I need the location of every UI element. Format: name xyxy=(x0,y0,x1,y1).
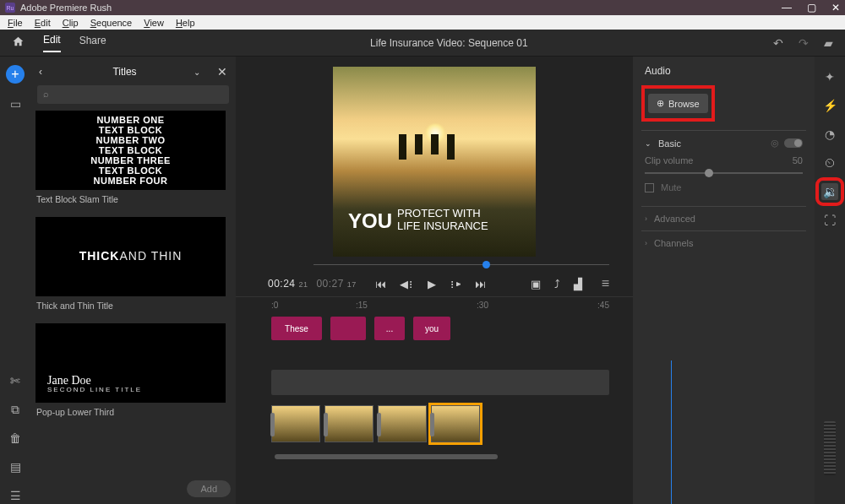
chevron-right-icon: › xyxy=(645,239,647,247)
preview-text-tagline: PROTECT WITH LIFE INSURANCE xyxy=(397,208,488,233)
video-preview[interactable]: YOU PROTECT WITH LIFE INSURANCE xyxy=(333,67,536,257)
timeline-scrollbar[interactable] xyxy=(275,454,498,459)
menu-file[interactable]: File xyxy=(2,18,29,28)
current-time: 00:24 21 xyxy=(268,278,308,290)
menu-clip[interactable]: Clip xyxy=(57,18,84,28)
transform-tool-icon[interactable]: ⛶ xyxy=(821,212,838,229)
empty-track[interactable] xyxy=(271,370,609,395)
transport-controls: 00:24 21 00:27 17 ⏮ ◀⫶ ▶ ⫶▶ ⏭ ▣ ⤴ ▟ ≡ xyxy=(236,271,633,296)
clip-handle[interactable] xyxy=(324,413,328,436)
video-clip[interactable] xyxy=(271,405,320,442)
redo-icon[interactable]: ↷ xyxy=(799,36,809,50)
section-basic-header[interactable]: ⌄ Basic ◎ xyxy=(645,138,803,149)
vu-meter xyxy=(824,421,836,475)
add-media-button[interactable]: + xyxy=(6,65,25,84)
clip-handle[interactable] xyxy=(270,413,275,436)
timeline-options-icon[interactable]: ≡ xyxy=(602,276,609,291)
top-nav: Edit Share Life Insurance Video: Sequenc… xyxy=(0,30,845,57)
duplicate-icon[interactable]: ⧉ xyxy=(7,401,24,418)
add-title-button[interactable]: Add xyxy=(187,480,231,497)
titles-tool-icon[interactable]: ✦ xyxy=(821,68,838,85)
audio-panel-header: Audio xyxy=(641,65,806,85)
clip-volume-slider[interactable] xyxy=(645,172,803,174)
titles-panel: ‹ Titles ⌄ ✕ ⌕ NUMBER ONE TEXT BLOCK NUM… xyxy=(30,57,236,504)
preview-text-you: YOU xyxy=(348,209,392,233)
menubar: File Edit Clip Sequence View Help xyxy=(0,15,845,30)
trash-icon[interactable]: 🗑 xyxy=(7,430,24,447)
browse-audio-button[interactable]: ⊕ Browse xyxy=(648,94,708,113)
mute-label: Mute xyxy=(661,182,681,192)
mute-checkbox[interactable] xyxy=(645,183,654,192)
speed-tool-icon[interactable]: ⏲ xyxy=(821,154,838,171)
aspect-icon[interactable]: ▟ xyxy=(574,278,582,290)
left-rail: + ▭ ✄ ⧉ 🗑 ▤ ☰ xyxy=(0,57,30,504)
title-preset-item[interactable]: NUMBER ONE TEXT BLOCK NUMBER TWO TEXT BL… xyxy=(35,111,231,209)
title-thumbnail: THICK AND THIN xyxy=(35,217,226,296)
video-clip[interactable] xyxy=(378,405,427,442)
title-preset-item[interactable]: Jane Doe SECOND LINE TITLE Pop-up Lower … xyxy=(35,323,231,421)
document-title: Life Insurance Video: Sequence 01 xyxy=(125,37,773,49)
step-fwd-icon[interactable]: ⫶▶ xyxy=(450,278,461,290)
comment-icon[interactable]: ▰ xyxy=(824,36,833,50)
close-window-button[interactable]: ✕ xyxy=(831,2,840,14)
menu-edit[interactable]: Edit xyxy=(29,18,57,28)
menu-sequence[interactable]: Sequence xyxy=(84,18,139,28)
chevron-down-icon[interactable]: ⌄ xyxy=(194,68,210,77)
seek-bar[interactable] xyxy=(313,259,609,271)
back-icon[interactable]: ‹ xyxy=(39,66,56,78)
close-panel-icon[interactable]: ✕ xyxy=(210,65,227,79)
titles-panel-header: Titles xyxy=(56,66,194,78)
browse-highlight: ⊕ Browse xyxy=(641,85,715,122)
audio-tool-icon[interactable]: 🔉 xyxy=(821,183,838,200)
title-clip[interactable]: These xyxy=(271,317,322,340)
transitions-tool-icon[interactable]: ⚡ xyxy=(821,97,838,114)
titlebar: Ru Adobe Premiere Rush — ▢ ✕ xyxy=(0,0,845,15)
title-preset-item[interactable]: THICK AND THIN Thick and Thin Title xyxy=(35,217,231,315)
title-clip[interactable]: ... xyxy=(374,317,405,340)
eye-icon[interactable]: ◎ xyxy=(771,138,779,149)
title-track[interactable]: These ... you xyxy=(236,312,633,343)
go-end-icon[interactable]: ⏭ xyxy=(475,278,486,290)
timeline-ruler[interactable]: :0 :15 :30 :45 xyxy=(236,296,633,312)
play-icon[interactable]: ▶ xyxy=(428,278,436,290)
timeline-playhead[interactable] xyxy=(671,360,672,504)
video-track[interactable] xyxy=(236,405,633,442)
audio-panel: Audio ⊕ Browse ⌄ Basic ◎ Clip volume 50 xyxy=(633,57,815,504)
search-icon: ⌕ xyxy=(43,89,49,99)
home-icon[interactable] xyxy=(12,35,25,50)
title-thumbnail: Jane Doe SECOND LINE TITLE xyxy=(35,323,226,403)
title-clip[interactable]: you xyxy=(413,317,450,340)
undo-icon[interactable]: ↶ xyxy=(773,36,783,50)
go-start-icon[interactable]: ⏮ xyxy=(375,278,386,290)
clip-handle[interactable] xyxy=(377,413,381,436)
video-clip-selected[interactable] xyxy=(431,405,480,442)
title-caption: Thick and Thin Title xyxy=(35,296,231,315)
chevron-right-icon: › xyxy=(645,214,647,223)
seek-playhead[interactable] xyxy=(482,261,490,268)
fullscreen-icon[interactable]: ▣ xyxy=(531,278,541,290)
menu-view[interactable]: View xyxy=(138,18,170,28)
search-input[interactable] xyxy=(37,85,229,104)
section-advanced-header[interactable]: › Advanced xyxy=(645,214,803,224)
step-back-icon[interactable]: ◀⫶ xyxy=(400,278,414,290)
scissors-icon[interactable]: ✄ xyxy=(7,372,24,389)
clip-handle[interactable] xyxy=(430,413,434,436)
list-view-icon[interactable]: ☰ xyxy=(7,487,24,504)
section-channels-header[interactable]: › Channels xyxy=(645,238,803,248)
minimize-button[interactable]: — xyxy=(782,2,792,14)
track-view-icon[interactable]: ▤ xyxy=(7,458,24,475)
color-tool-icon[interactable]: ◔ xyxy=(821,126,838,143)
tab-share[interactable]: Share xyxy=(79,35,106,51)
maximize-button[interactable]: ▢ xyxy=(807,2,816,14)
tab-edit[interactable]: Edit xyxy=(43,34,61,52)
title-thumbnail: NUMBER ONE TEXT BLOCK NUMBER TWO TEXT BL… xyxy=(35,111,226,190)
menu-help[interactable]: Help xyxy=(170,18,201,28)
project-panel-icon[interactable]: ▭ xyxy=(7,95,24,112)
clip-volume-label: Clip volume xyxy=(645,155,693,165)
export-frame-icon[interactable]: ⤴ xyxy=(554,278,560,290)
video-clip[interactable] xyxy=(324,405,373,442)
plus-circle-icon: ⊕ xyxy=(657,98,664,109)
basic-toggle[interactable] xyxy=(784,138,803,148)
title-clip[interactable] xyxy=(330,317,366,340)
center-area: YOU PROTECT WITH LIFE INSURANCE 00:24 21… xyxy=(236,57,633,504)
